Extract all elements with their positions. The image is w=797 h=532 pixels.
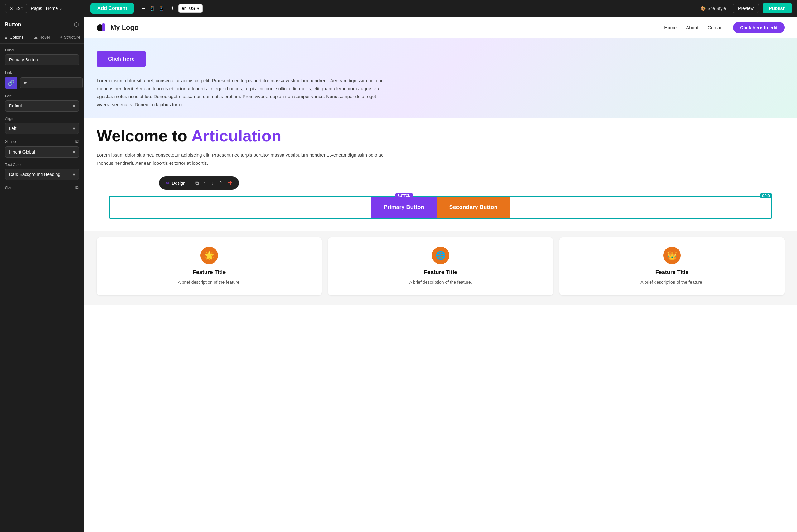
size-field-label: Size (5, 186, 12, 190)
shape-copy-icon[interactable]: ⧉ (75, 139, 79, 145)
move-up-fast-icon-button[interactable]: ⇑ (217, 179, 224, 187)
align-select-wrapper: Left (5, 123, 79, 134)
feature-desc-3: A brief description of the feature. (640, 279, 704, 286)
floating-toolbar: ✏ Design ⧉ ↑ ↓ ⇑ 🗑 (159, 176, 239, 190)
font-select[interactable]: Default (5, 100, 79, 112)
website-preview: My Logo Home About Contact Click here to… (84, 17, 797, 532)
shape-field: Shape ⧉ Inherit Global (5, 139, 79, 158)
top-bar: ✕ Exit Page: Home › Add Content 🖥 📱 📱 ☀ … (0, 0, 797, 17)
align-field: Align Left (5, 116, 79, 134)
hero-button[interactable]: Click here (97, 51, 146, 67)
tab-options[interactable]: ⊞ Options (0, 32, 28, 43)
panel-header: Button ⬡ (0, 17, 84, 32)
desktop-icon[interactable]: 🖥 (141, 6, 146, 11)
canvas-area: My Logo Home About Contact Click here to… (84, 17, 797, 532)
logo-rect (102, 23, 105, 32)
font-select-wrapper: Default (5, 100, 79, 112)
site-logo: My Logo (97, 23, 139, 33)
panel-collapse-button[interactable]: ⬡ (74, 21, 79, 28)
panel-content: Label Link 🔗 Font Default (0, 44, 84, 197)
chevron-down-icon: ▾ (197, 6, 199, 11)
close-icon: ✕ (10, 6, 13, 11)
text-color-field: Text Color Dark Background Heading (5, 163, 79, 180)
feature-card-3: 👑 Feature Title A brief description of t… (559, 238, 784, 295)
welcome-section: Welcome to Articulation Lorem ipsum dolo… (84, 118, 797, 173)
pencil-icon: ✏ (166, 180, 170, 186)
feature-desc-2: A brief description of the feature. (409, 279, 472, 286)
language-select[interactable]: en_US ▾ (178, 4, 203, 13)
shape-select[interactable]: Inherit Global (5, 146, 79, 158)
structure-icon: ⧉ (59, 35, 62, 40)
button-grid-section: BUTTON Primary Button Secondary Button G… (109, 196, 772, 218)
grid-left-empty (110, 196, 371, 218)
feature-card-1: 🌟 Feature Title A brief description of t… (97, 238, 322, 295)
feature-title-3: Feature Title (655, 269, 689, 276)
text-color-select-wrapper: Dark Background Heading (5, 169, 79, 180)
button-badge: BUTTON (395, 193, 413, 198)
publish-button[interactable]: Publish (763, 3, 792, 13)
panel-tabs: ⊞ Options ☁ Hover ⧉ Structure (0, 32, 84, 44)
exit-button[interactable]: ✕ Exit (5, 4, 27, 13)
main-layout: Button ⬡ ⊞ Options ☁ Hover ⧉ Structure L… (0, 17, 797, 532)
text-color-select[interactable]: Dark Background Heading (5, 169, 79, 180)
hero-body-text: Lorem ipsum dolor sit amet, consectetur … (97, 77, 383, 108)
panel-title: Button (5, 22, 21, 27)
toolbar-divider (191, 180, 191, 186)
label-field: Label (5, 48, 79, 65)
options-icon: ⊞ (4, 35, 8, 40)
font-field: Font Default (5, 94, 79, 112)
link-icon-button[interactable]: 🔗 (5, 77, 17, 89)
page-label: Page: Home › (31, 6, 62, 11)
hover-icon: ☁ (34, 35, 38, 40)
shape-select-wrapper: Inherit Global (5, 146, 79, 158)
design-button[interactable]: ✏ Design (163, 179, 188, 187)
link-row: 🔗 (5, 77, 79, 89)
secondary-button-cell[interactable]: Secondary Button (437, 196, 510, 218)
link-input[interactable] (20, 77, 83, 89)
feature-desc-1: A brief description of the feature. (178, 279, 241, 286)
site-nav: My Logo Home About Contact Click here to… (84, 17, 797, 38)
tab-structure[interactable]: ⧉ Structure (56, 32, 84, 43)
link-field-label: Link (5, 70, 79, 75)
site-nav-links: Home About Contact Click here to edit (664, 22, 784, 33)
welcome-subtext: Lorem ipsum dolor sit amet, consectetur … (97, 151, 383, 167)
label-field-label: Label (5, 48, 79, 52)
move-down-icon-button[interactable]: ↓ (209, 179, 215, 187)
device-icons: 🖥 📱 📱 (141, 5, 165, 11)
size-copy-icon[interactable]: ⧉ (75, 185, 79, 191)
palette-icon: 🎨 (700, 6, 706, 11)
nav-link-home[interactable]: Home (664, 25, 677, 30)
mobile-icon[interactable]: 📱 (158, 5, 165, 11)
delete-icon-button[interactable]: 🗑 (226, 179, 235, 187)
welcome-heading: Welcome to Articulation (97, 127, 784, 145)
copy-icon-button[interactable]: ⧉ (193, 179, 200, 187)
site-style-button[interactable]: 🎨 Site Style (697, 4, 729, 13)
align-select[interactable]: Left (5, 123, 79, 134)
left-panel: Button ⬡ ⊞ Options ☁ Hover ⧉ Structure L… (0, 17, 84, 532)
nav-link-contact[interactable]: Contact (707, 25, 724, 30)
add-content-button[interactable]: Add Content (90, 3, 134, 14)
feature-icon-1: 🌟 (200, 247, 218, 264)
features-section: 🌟 Feature Title A brief description of t… (84, 231, 797, 304)
link-field: Link 🔗 (5, 70, 79, 89)
size-field: Size ⧉ (5, 185, 79, 192)
text-color-field-label: Text Color (5, 163, 79, 167)
feature-icon-2: 🌐 (432, 247, 449, 264)
tablet-icon[interactable]: 📱 (149, 5, 155, 11)
label-input[interactable] (5, 54, 79, 65)
nav-link-about[interactable]: About (686, 25, 698, 30)
align-field-label: Align (5, 116, 79, 121)
grid-badge: GRID (760, 193, 772, 198)
feature-title-2: Feature Title (424, 269, 457, 276)
grid-right-empty (510, 196, 772, 218)
link-icon: 🔗 (8, 79, 15, 86)
preview-button[interactable]: Preview (733, 4, 759, 13)
feature-icon-3: 👑 (663, 247, 681, 264)
primary-button-cell[interactable]: BUTTON Primary Button (371, 196, 437, 218)
tab-hover[interactable]: ☁ Hover (28, 32, 56, 43)
move-up-icon-button[interactable]: ↑ (202, 179, 208, 187)
nav-cta-button[interactable]: Click here to edit (733, 22, 784, 33)
feature-title-1: Feature Title (193, 269, 226, 276)
font-field-label: Font (5, 94, 79, 98)
theme-toggle-icon[interactable]: ☀ (170, 5, 175, 11)
